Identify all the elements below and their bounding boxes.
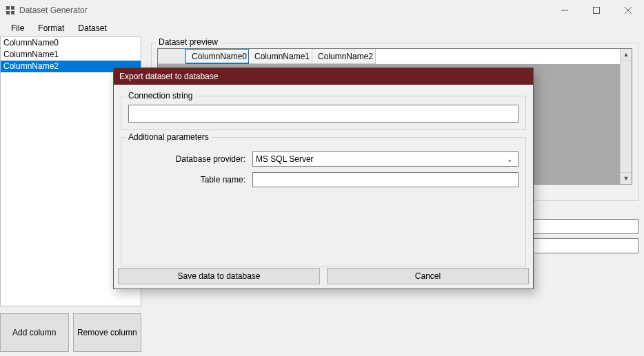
table-row: Table name: [128, 172, 519, 187]
titlebar: Dataset Generator [0, 0, 644, 21]
grid-vertical-scrollbar[interactable]: ▲ ▼ [620, 49, 632, 184]
save-button[interactable]: Save data to database [118, 268, 320, 284]
window-controls [549, 0, 644, 21]
menu-file[interactable]: File [4, 22, 31, 34]
provider-row: Database provider: MS SQL Server ⌄ [128, 151, 519, 167]
provider-value: MS SQL Server [256, 154, 314, 164]
table-name-label: Table name: [128, 175, 252, 185]
main-window: Dataset Generator File Format Dataset Co… [0, 0, 644, 356]
svg-rect-1 [11, 6, 14, 10]
remove-column-button[interactable]: Remove column [73, 313, 142, 352]
menubar: File Format Dataset [0, 21, 644, 36]
window-title: Dataset Generator [19, 6, 88, 15]
chevron-down-icon: ⌄ [504, 156, 515, 163]
connection-string-label: Connection string [125, 91, 195, 101]
titlebar-left: Dataset Generator [0, 6, 88, 15]
list-item[interactable]: ColumnName1 [1, 49, 141, 61]
app-icon [6, 6, 15, 15]
minimize-button[interactable] [549, 0, 581, 21]
maximize-button[interactable] [581, 0, 612, 21]
list-item[interactable]: ColumnName0 [1, 37, 141, 49]
add-column-button[interactable]: Add column [0, 313, 69, 352]
grid-header: ColumnName0 ColumnName1 ColumnName2 [158, 49, 632, 64]
menu-dataset[interactable]: Dataset [71, 22, 113, 34]
svg-rect-0 [6, 6, 10, 10]
svg-rect-5 [594, 8, 600, 14]
connection-string-group: Connection string [121, 96, 526, 130]
cancel-button[interactable]: Cancel [327, 268, 529, 284]
svg-rect-2 [6, 11, 10, 14]
svg-rect-3 [11, 11, 14, 14]
additional-parameters-group: Additional parameters Database provider:… [121, 137, 526, 266]
dialog-body: Connection string Additional parameters … [114, 85, 533, 268]
grid-col-header[interactable]: ColumnName2 [312, 49, 376, 64]
provider-label: Database provider: [128, 154, 252, 164]
export-dialog: Export dataset to database Connection st… [113, 67, 534, 289]
preview-group-label: Dataset preview [156, 37, 221, 47]
grid-col-header[interactable]: ColumnName0 [185, 49, 249, 64]
grid-rowheader[interactable] [158, 49, 185, 64]
scroll-down-icon[interactable]: ▼ [621, 172, 632, 184]
menu-format[interactable]: Format [31, 22, 71, 34]
grid-col-header[interactable]: ColumnName1 [249, 49, 312, 64]
close-button[interactable] [612, 0, 644, 21]
connection-string-input[interactable] [128, 105, 519, 123]
scroll-up-icon[interactable]: ▲ [621, 49, 632, 61]
dialog-title[interactable]: Export dataset to database [114, 68, 533, 85]
database-provider-select[interactable]: MS SQL Server ⌄ [252, 151, 519, 167]
additional-parameters-label: Additional parameters [125, 132, 212, 142]
columns-buttons: Add column Remove column [0, 313, 141, 352]
dialog-footer: Save data to database Cancel [114, 268, 533, 289]
table-name-input[interactable] [252, 172, 519, 187]
